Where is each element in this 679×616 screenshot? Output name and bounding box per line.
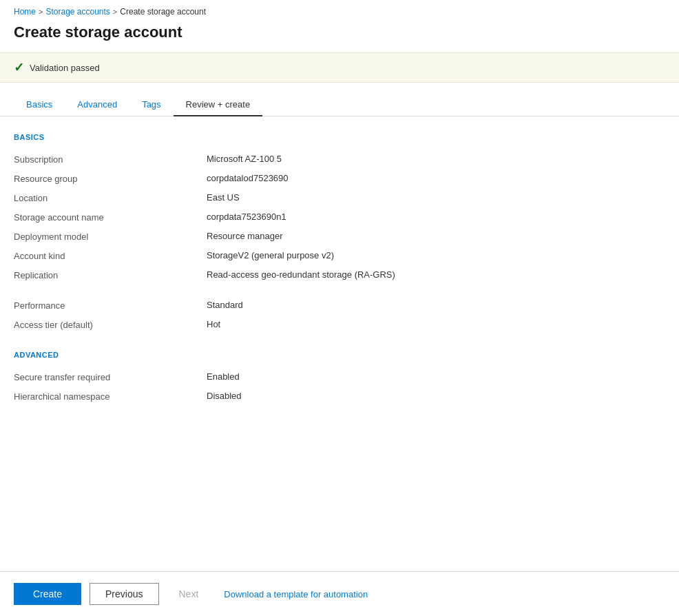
table-row: Account kind StorageV2 (general purpose … bbox=[14, 246, 665, 265]
field-value-storage-account-name: corpdata7523690n1 bbox=[207, 212, 286, 222]
breadcrumb-storage-accounts[interactable]: Storage accounts bbox=[45, 7, 109, 17]
field-value-resource-group: corpdatalod7523690 bbox=[207, 173, 289, 183]
field-value-subscription: Microsoft AZ-100 5 bbox=[207, 154, 282, 164]
tab-basics[interactable]: Basics bbox=[14, 94, 65, 116]
field-value-location: East US bbox=[207, 192, 240, 203]
table-row: Deployment model Resource manager bbox=[14, 227, 665, 246]
field-value-deployment-model: Resource manager bbox=[207, 231, 283, 241]
field-value-hierarchical-namespace: Disabled bbox=[207, 391, 242, 401]
field-label-account-kind: Account kind bbox=[14, 250, 207, 261]
field-value-performance: Standard bbox=[207, 300, 243, 310]
field-label-resource-group: Resource group bbox=[14, 173, 207, 184]
field-label-subscription: Subscription bbox=[14, 154, 207, 165]
next-button: Next bbox=[167, 583, 211, 605]
table-row: Resource group corpdatalod7523690 bbox=[14, 169, 665, 188]
field-label-performance: Performance bbox=[14, 300, 207, 311]
validation-bar: ✓ Validation passed bbox=[0, 52, 679, 83]
table-row: Hierarchical namespace Disabled bbox=[14, 387, 665, 406]
validation-text: Validation passed bbox=[30, 63, 100, 73]
table-row: Secure transfer required Enabled bbox=[14, 367, 665, 387]
table-row: Performance Standard bbox=[14, 296, 665, 315]
field-value-replication: Read-access geo-redundant storage (RA-GR… bbox=[207, 269, 395, 280]
breadcrumb-sep1: > bbox=[39, 8, 43, 16]
page-title: Create storage account bbox=[0, 21, 679, 52]
field-value-secure-transfer: Enabled bbox=[207, 371, 240, 382]
table-row: Replication Read-access geo-redundant st… bbox=[14, 265, 665, 285]
breadcrumb-current: Create storage account bbox=[120, 7, 206, 17]
page-container: Home > Storage accounts > Create storage… bbox=[0, 0, 679, 616]
table-row: Location East US bbox=[14, 188, 665, 207]
check-icon: ✓ bbox=[14, 60, 24, 75]
breadcrumb-sep2: > bbox=[113, 8, 117, 16]
tabs-container: Basics Advanced Tags Review + create bbox=[0, 94, 679, 116]
field-label-storage-account-name: Storage account name bbox=[14, 212, 207, 223]
tab-review-create[interactable]: Review + create bbox=[174, 94, 263, 116]
tab-tags[interactable]: Tags bbox=[129, 94, 173, 116]
advanced-section-header: ADVANCED bbox=[14, 351, 665, 359]
field-label-access-tier: Access tier (default) bbox=[14, 319, 207, 330]
previous-button[interactable]: Previous bbox=[90, 583, 158, 605]
table-row: Access tier (default) Hot bbox=[14, 315, 665, 334]
breadcrumb: Home > Storage accounts > Create storage… bbox=[0, 0, 679, 21]
basics-section-header: BASICS bbox=[14, 133, 665, 141]
breadcrumb-home[interactable]: Home bbox=[14, 7, 36, 17]
create-button[interactable]: Create bbox=[14, 583, 81, 605]
field-label-secure-transfer: Secure transfer required bbox=[14, 371, 207, 382]
field-label-hierarchical-namespace: Hierarchical namespace bbox=[14, 391, 207, 402]
field-label-deployment-model: Deployment model bbox=[14, 231, 207, 242]
field-label-replication: Replication bbox=[14, 269, 207, 280]
field-label-location: Location bbox=[14, 192, 207, 203]
footer: Create Previous Next Download a template… bbox=[0, 571, 679, 616]
field-value-account-kind: StorageV2 (general purpose v2) bbox=[207, 250, 334, 260]
download-template-button[interactable]: Download a template for automation bbox=[224, 584, 368, 604]
table-row: Storage account name corpdata7523690n1 bbox=[14, 207, 665, 227]
content-area: BASICS Subscription Microsoft AZ-100 5 R… bbox=[0, 130, 679, 571]
field-value-access-tier: Hot bbox=[207, 319, 220, 329]
table-row: Subscription Microsoft AZ-100 5 bbox=[14, 150, 665, 169]
tab-advanced[interactable]: Advanced bbox=[65, 94, 129, 116]
